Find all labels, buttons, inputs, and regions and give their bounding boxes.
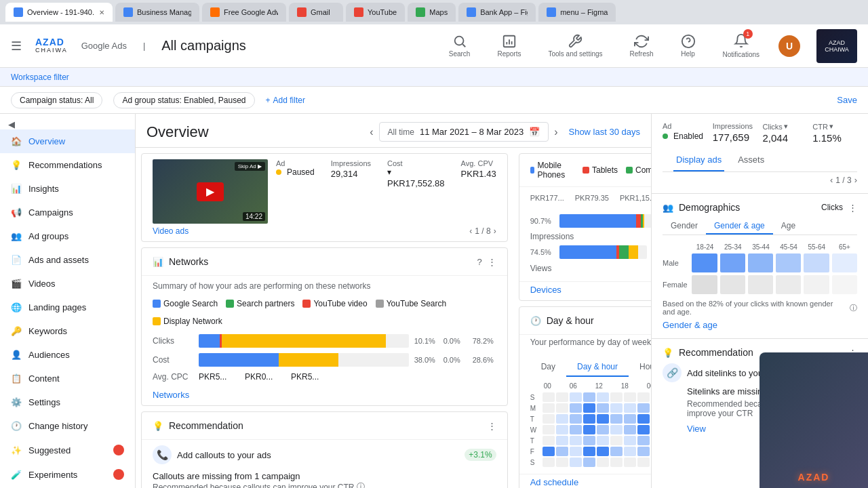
ad-schedule-link[interactable]: Ad schedule	[530, 477, 579, 487]
tab-hour[interactable]: Hour	[629, 358, 651, 377]
callout-rec-text: Add callouts to your ads	[177, 450, 459, 460]
heatmap-monday: M	[530, 403, 651, 413]
views-dropdown[interactable]: Views	[530, 264, 552, 273]
suggested-badge	[113, 445, 124, 455]
tab-business[interactable]: Business Manager	[115, 3, 199, 22]
tab-bank[interactable]: Bank App – Figma	[458, 3, 536, 22]
sidebar-item-adgroups[interactable]: 👥 Ad groups	[0, 224, 135, 248]
campaign-status-filter[interactable]: Campaign status: All	[11, 92, 102, 108]
next-date-nav[interactable]: ›	[554, 126, 557, 138]
tab-figma[interactable]: menu – Figma	[538, 3, 616, 22]
right-ad-prev[interactable]: ‹	[830, 175, 833, 185]
demo-summary-text: Based on the 82% of your clicks with kno…	[663, 300, 847, 316]
sidebar-item-suggested[interactable]: ✨ Suggested	[0, 438, 135, 462]
reports-button[interactable]: Reports	[489, 28, 529, 63]
gender-age-link[interactable]: Gender & age	[663, 320, 717, 330]
workspace-filter-label[interactable]: Workspace filter	[11, 73, 69, 82]
right-ad-next[interactable]: ›	[854, 175, 857, 185]
impressions-value: 29,314	[331, 169, 371, 179]
cost-col: Cost ▾ PKR17,552.88	[387, 159, 445, 188]
sidebar-item-overview[interactable]: 🏠 Overview	[0, 129, 135, 153]
cost-dropdown[interactable]: ▾	[387, 167, 445, 177]
video-ads-link[interactable]: Video ads	[153, 226, 189, 236]
tablets-filter[interactable]: Tablets	[583, 165, 618, 175]
right-rec-icon: 💡	[663, 348, 673, 358]
tab-age[interactable]: Age	[773, 218, 804, 235]
tools-button[interactable]: Tools and settings	[540, 28, 610, 63]
show-30days-link[interactable]: Show last 30 days	[568, 127, 640, 137]
user-avatar[interactable]: U	[778, 35, 800, 57]
sidebar: ◀ 🏠 Overview 💡 Recommendations 📊 Insight…	[0, 114, 136, 488]
impressions-dropdown[interactable]: Impressions	[530, 232, 574, 241]
devices-link[interactable]: Devices	[530, 285, 561, 295]
save-button[interactable]: Save	[837, 95, 857, 105]
demo-tabs: Gender Gender & age Age	[663, 218, 857, 235]
sidebar-item-experiments[interactable]: 🧪 Experiments	[0, 462, 135, 487]
tab-gender[interactable]: Gender	[663, 218, 706, 235]
tab-youtube[interactable]: YouTube	[346, 3, 405, 22]
sidebar-item-insights[interactable]: 📊 Insights	[0, 177, 135, 201]
help-button[interactable]: Help	[673, 28, 704, 63]
sidebar-item-audiences[interactable]: 👤 Audiences	[0, 343, 135, 367]
cost-google-segment	[199, 353, 279, 367]
sidebar-collapse[interactable]: ◀	[0, 114, 135, 129]
search-nav-button[interactable]: Search	[441, 28, 479, 63]
computers-filter[interactable]: Computers	[626, 165, 651, 175]
sidebar-item-videos[interactable]: 🎬 Videos	[0, 272, 135, 296]
sidebar-item-keywords[interactable]: 🔑 Keywords	[0, 319, 135, 343]
assets-tab[interactable]: Assets	[735, 149, 767, 171]
prev-date-nav[interactable]: ‹	[370, 126, 373, 138]
cost-value: PKR17,552.88	[387, 178, 445, 188]
tab-day[interactable]: Day	[530, 358, 566, 377]
sidebar-item-content[interactable]: 📋 Content	[0, 367, 135, 390]
add-filter-button[interactable]: + Add filter	[266, 96, 305, 105]
sidebar-item-recommendations[interactable]: 💡 Recommendations	[0, 153, 135, 177]
demo-more[interactable]: ⋮	[848, 203, 857, 213]
networks-help-icon[interactable]: ?	[477, 257, 481, 267]
demo-metric[interactable]: Clicks	[821, 203, 843, 212]
enabled-dot	[663, 134, 668, 139]
right-rec-view-link[interactable]: View	[687, 424, 706, 434]
tab-day-hour[interactable]: Day & hour	[566, 358, 629, 377]
tab-close-1[interactable]: ✕	[99, 9, 104, 16]
tab-gender-age[interactable]: Gender & age	[706, 218, 773, 235]
video-nav-count: 1 / 8	[475, 226, 490, 236]
video-prev[interactable]: ‹	[469, 226, 472, 236]
sidebar-item-landing[interactable]: 🌐 Landing pages	[0, 296, 135, 319]
cost-metric[interactable]: Cost	[153, 355, 193, 365]
left-column: ▶ Skip Ad ▶ 14:22 Ad	[136, 148, 513, 488]
display-ads-tab[interactable]: Display ads	[673, 149, 724, 171]
sidebar-label-videos: Videos	[28, 279, 56, 289]
networks-more-icon[interactable]: ⋮	[488, 257, 496, 267]
skip-ad-btn[interactable]: Skip Ad ▶	[235, 162, 265, 171]
hour-12: 12	[595, 382, 620, 390]
tab-google-ads[interactable]: Free Google Adwor...	[202, 3, 286, 22]
sidebar-item-ads[interactable]: 📄 Ads and assets	[0, 248, 135, 272]
notifications-button[interactable]: 1 Notifications	[715, 28, 768, 64]
right-rec-title: Recommendation	[679, 347, 753, 358]
demo-heatmap: 18-24 25-34 35-44 45-54 55-64 65+ Male	[663, 243, 857, 294]
suggest-icon: ✨	[11, 445, 22, 455]
avatar-bg: AZAD	[760, 352, 868, 488]
age-55-64: 55-64	[804, 243, 829, 251]
menu-icon[interactable]: ☰	[11, 39, 22, 54]
day-hour-tabs: Day Day & hour Hour	[519, 352, 651, 377]
clicks-metric[interactable]: Clicks	[153, 336, 193, 346]
tab-overview[interactable]: Overview - 191-940... ✕	[5, 3, 113, 22]
date-picker[interactable]: All time 11 Mar 2021 – 8 Mar 2023 📅	[379, 122, 549, 142]
left-rec-more-icon[interactable]: ⋮	[488, 421, 496, 431]
views-bar-container	[559, 245, 648, 259]
sidebar-item-campaigns[interactable]: 📢 Campaigns	[0, 201, 135, 224]
mobile-phones-filter[interactable]: Mobile Phones	[530, 161, 574, 180]
avg-cpv-col: Avg. CPV PKR1.43	[461, 159, 496, 188]
video-next[interactable]: ›	[494, 226, 496, 236]
tab-gmail[interactable]: Gmail	[289, 3, 343, 22]
ad-group-status-filter[interactable]: Ad group status: Enabled, Paused	[113, 92, 254, 108]
sidebar-item-change-history[interactable]: 🕐 Change history	[0, 414, 135, 438]
refresh-button[interactable]: Refresh	[622, 28, 662, 63]
sidebar-item-settings[interactable]: ⚙️ Settings	[0, 390, 135, 414]
sidebar-label-recommendations: Recommendations	[28, 160, 102, 170]
tab-maps[interactable]: Maps	[408, 3, 456, 22]
avg-cpc-metric[interactable]: Avg. CPC	[153, 372, 193, 382]
networks-link[interactable]: Networks	[153, 390, 189, 400]
